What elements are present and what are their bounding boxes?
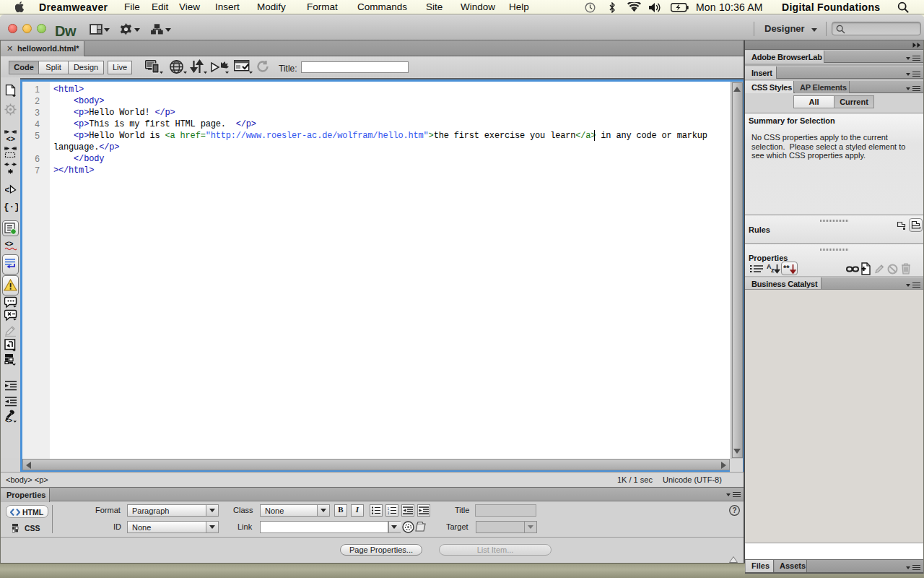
svg-text:z: z bbox=[771, 267, 775, 274]
svg-text:<: < bbox=[5, 186, 9, 196]
svg-text:**: ** bbox=[783, 264, 790, 272]
svg-text:3: 3 bbox=[388, 512, 390, 515]
svg-text:1: 1 bbox=[388, 507, 390, 511]
svg-text:<>: <> bbox=[5, 418, 12, 423]
svg-text:<>: <> bbox=[5, 241, 14, 249]
svg-text:{·}: {·} bbox=[4, 202, 18, 212]
svg-text:<>: <> bbox=[6, 135, 16, 143]
svg-text:?: ? bbox=[733, 506, 737, 514]
